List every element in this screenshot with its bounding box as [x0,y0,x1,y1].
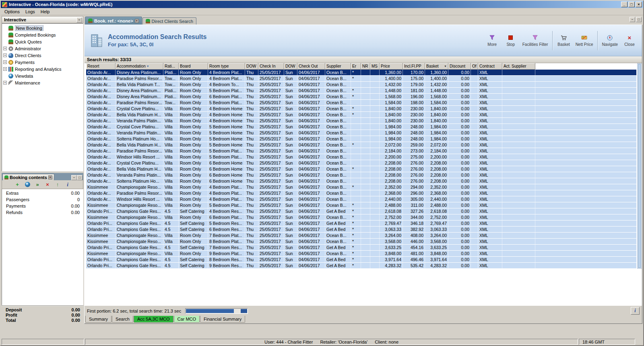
sidebar-item-completed-bookings[interactable]: Completed Bookings [2,31,83,38]
expander-icon[interactable]: + [3,54,7,57]
table-row[interactable]: Orlando Ar...Veranda Palms Platin...Vill… [86,130,636,136]
stop-button[interactable]: Stop [502,29,520,52]
expander-icon[interactable]: + [3,47,7,50]
column-header-room-type[interactable]: Room type [208,63,245,70]
close-tab-icon[interactable]: × [48,175,52,179]
table-row[interactable]: Orlando Pri...Champions Gate Res...4.5Se… [86,227,636,233]
sidebar-item-maintenance[interactable]: +Maintenance [2,79,83,86]
menu-help[interactable]: Help [38,9,53,14]
close-window-button[interactable]: × [636,2,642,7]
globe-icon[interactable] [25,181,31,187]
transfer-icon[interactable]: » [35,181,41,187]
column-header-check-in[interactable]: Check In [258,63,284,70]
table-row[interactable]: KissimmeeChampionsgate Reso...VillaRoom … [86,184,636,190]
column-header-incl-fl-pp[interactable]: Incl.Fl.PP [403,63,425,70]
menu-logs[interactable]: Logs [23,9,38,14]
table-row[interactable]: Orlando Ar...Crystal Cove Platinu...Vill… [86,160,636,166]
column-header-accommodation[interactable]: Accommodation▼ [116,63,163,70]
table-row[interactable]: Orlando Ar...Disney Area Platinum...Plat… [86,94,636,100]
panel-minimize-icon[interactable]: − [71,175,77,180]
booking-contents-row[interactable]: Extras0.00 [2,191,83,197]
table-row[interactable]: Orlando Ar...Veranda Palms Platin...Vill… [86,118,636,124]
facilities-filter-button[interactable]: Facilities Filter [520,29,551,52]
delete-icon[interactable]: × [45,181,51,187]
column-header-nr[interactable]: NR [361,63,370,70]
column-header-basket[interactable]: Basket▼ [425,63,448,70]
column-header-board[interactable]: Board [179,63,208,70]
table-row[interactable]: Orlando Ar...Bella Vida Platinum H...Vil… [86,112,636,118]
table-row[interactable]: Orlando Pri...Champions Gate Res...4.5Se… [86,245,636,251]
maximize-button[interactable]: □ [628,2,635,7]
table-row[interactable]: Orlando Ar...Windsor Hills Resort ...Vil… [86,154,636,160]
panel-restore-icon[interactable]: □ [77,175,83,180]
column-header-er[interactable]: Er [351,63,361,70]
column-header-check-out[interactable]: Check Out [297,63,325,70]
booking-contents-row[interactable]: Passengers0 [2,197,83,204]
expander-icon[interactable]: + [3,67,7,71]
column-header-rati-[interactable]: Rati... [163,63,179,70]
nett-price-button[interactable]: Nett Price [573,29,596,52]
table-row[interactable]: Orlando Ar...Paradise Palms Resor...Vill… [86,148,636,154]
table-row[interactable]: Orlando Pri...Champions Gate Res...4.5Se… [86,263,636,269]
column-header-contract[interactable]: Contract [478,63,502,70]
booking-contents-tab[interactable]: Booking contents × [2,174,54,180]
sidebar-item-administrator[interactable]: +Administrator [2,45,83,52]
table-row[interactable]: KissimmeeChampionsgate Reso...VillaRoom … [86,251,636,257]
expander-icon[interactable]: + [3,81,7,84]
view-tab-search[interactable]: Search [112,316,133,323]
table-row[interactable]: KissimmeeChampionsgate Reso...VillaRoom … [86,233,636,239]
table-row[interactable]: Orlando Pri...Champions Gate Res...4.5Se… [86,220,636,227]
table-row[interactable]: Orlando Ar...Windsor Hills Resort ...Vil… [86,196,636,202]
column-header-resort[interactable]: Resort [86,63,116,70]
sidebar-item-direct-clients[interactable]: +Direct Clients [2,52,83,59]
table-row[interactable]: Orlando Pri...Champions Gate Res...4.5Se… [86,208,636,214]
mdi-minimize-icon[interactable]: − [630,17,635,22]
table-row[interactable]: Orlando Ar...Crystal Cove Platinu...Vill… [86,106,636,112]
booking-contents-row[interactable]: Payments0.00 [2,204,83,210]
sidebar-item-new-booking[interactable]: New Booking [2,25,83,31]
table-row[interactable]: Orlando Ar...Paradise Palms Resor...Tow.… [86,100,636,106]
table-row[interactable]: Orlando Ar...Paradise Palms Resor...Vill… [86,190,636,196]
navigate-button[interactable]: Navigate [600,29,620,52]
table-row[interactable]: Orlando Ar...Bella Vida Platinum H...Vil… [86,142,636,148]
filter-icon[interactable]: ▼ [147,65,149,68]
column-header-supplier[interactable]: Supplier [325,63,351,70]
tab-direct-clients-search[interactable]: Direct Clients Search [142,17,196,25]
table-row[interactable]: Orlando Ar...Bella Vida Platinum H...Vil… [86,166,636,172]
sidebar-item-payments[interactable]: +Payments [2,59,83,66]
view-tab-summary[interactable]: Summary [85,316,111,323]
view-tab-acc-5a-3c-mco[interactable]: Acc 5A,3C MCO [134,316,173,323]
column-header-dow[interactable]: DOW [284,63,297,70]
booking-contents-row[interactable]: Refunds0.00 [2,210,83,216]
column-header-price[interactable]: Price [380,63,403,70]
info-button[interactable]: i [631,307,640,315]
table-row[interactable]: KissimmeeChampionsgate Reso...VillaRoom … [86,202,636,208]
sidebar-item-reporting-and-analytics[interactable]: +Reporting and Analytics [2,66,83,72]
sidebar-item-quick-quotes[interactable]: Quick Quotes [2,38,83,45]
column-header-ms[interactable]: MS [370,63,380,70]
table-row[interactable]: Orlando Ar...Paradise Palms Resor...Tow.… [86,76,636,82]
table-row[interactable]: Orlando Ar...Veranda Palms Platin...Vill… [86,172,636,178]
tab-booking-ref[interactable]: Book. ref.: <none> × [85,16,142,25]
table-row[interactable]: Orlando Ar...Bella Vida Platinum T...Tow… [86,82,636,88]
more-button[interactable]: More [483,29,502,52]
table-row[interactable]: Orlando Ar...Solterra Platinum Ho...Vill… [86,178,636,184]
menu-options[interactable]: Options [2,9,23,14]
minimize-button[interactable]: _ [621,2,627,7]
table-row[interactable]: Orlando Ar...Disney Area Platinum...Plat… [86,88,636,94]
vertical-scrollbar[interactable] [637,63,642,269]
basket-button[interactable]: Basket [555,29,573,52]
upload-icon[interactable]: ↑ [55,181,61,187]
column-header-dow[interactable]: DOW [245,63,258,70]
expander-icon[interactable]: + [3,60,7,64]
column-header-act-supplier[interactable]: Act. Supplier [502,63,535,70]
table-row[interactable]: Orlando Ar...Crystal Cove Platinu...Vill… [86,124,636,130]
column-header-of[interactable]: Of [471,63,478,70]
close-button[interactable]: × Close [620,29,639,52]
close-tab-icon[interactable]: × [135,19,139,23]
scrollbar-thumb[interactable] [638,64,641,268]
collapse-panel-icon[interactable]: − [76,17,82,23]
view-tab-financial-summary[interactable]: Financial Summary [200,316,245,323]
table-row[interactable]: Orlando Ar...Solterra Platinum Ho...Vill… [86,136,636,142]
table-row[interactable]: Orlando Pri...Champions Gate Res...4.5Se… [86,257,636,263]
